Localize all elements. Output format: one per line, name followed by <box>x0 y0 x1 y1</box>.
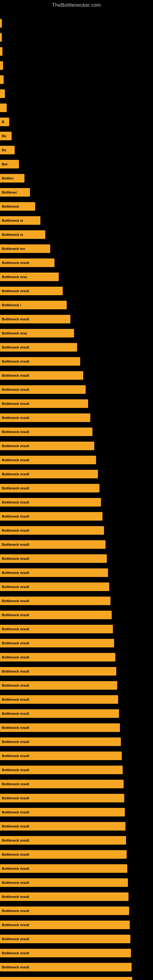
chart-bar-20: Bottleneck result <box>0 286 63 295</box>
bar-label: Bottleneck result <box>2 951 29 955</box>
bar-row: Bottleneck result <box>0 904 153 918</box>
bar-label: Bot <box>2 162 7 166</box>
bar-label: Bottleneck result <box>2 374 29 377</box>
bar-row: Bottleneck result <box>0 918 153 932</box>
chart-bar-11: Bot <box>0 160 19 169</box>
bar-row: Bottleneck result <box>0 834 153 847</box>
bar-label: Bottleneck result <box>2 571 29 574</box>
chart-bar-55: Bottleneck result <box>0 780 124 788</box>
chart-bar-25: Bottleneck result <box>0 357 80 366</box>
bar-row: Bottleneck result <box>0 848 153 861</box>
chart-bar-54: Bottleneck result <box>0 766 123 774</box>
bar-label: Bottleneck result <box>2 388 29 391</box>
bar-row: Bottleneck result <box>0 524 153 537</box>
bar-label: Bottleneck result <box>2 712 29 715</box>
chart-bar-68: Bottleneck result <box>0 963 132 971</box>
bar-label: Bottleneck result <box>2 261 29 265</box>
bar-row: Bottleneck result <box>0 608 153 622</box>
chart-bar-38: Bottleneck result <box>0 540 105 549</box>
chart-bar-8: B <box>0 118 9 126</box>
bar-row: Bottleneck result <box>0 256 153 269</box>
bar-row: Bottleneck result <box>0 481 153 495</box>
bar-row: Bottleneck <box>0 200 153 213</box>
bar-label: Bottleneck result <box>2 937 29 941</box>
bar-label: Bottleneck result <box>2 698 29 701</box>
bar-row: Bottleneck result <box>0 749 153 762</box>
bar-label: Bottleneck result <box>2 923 29 927</box>
bar-label: Bottleneck result <box>2 542 29 546</box>
bar-row: Bottleneck result <box>0 453 153 467</box>
bar-label: Bottleneck result <box>2 782 29 786</box>
chart-bar-59: Bottleneck result <box>0 836 126 845</box>
bar-row: Bottleneck result <box>0 651 153 664</box>
bar-label: Bottleneck result <box>2 895 29 899</box>
chart-bar-36: Bottleneck result <box>0 512 102 520</box>
bar-label: Bottleneck res <box>2 247 25 250</box>
bar-label: Bottleneck re <box>2 219 23 222</box>
bar-row: Bottleneck result <box>0 862 153 875</box>
bar-label: Bottlenec <box>2 191 17 194</box>
bar-label: Bottleneck result <box>2 796 29 800</box>
bar-label: Bottleneck re <box>2 233 23 236</box>
chart-bar-14: Bottleneck <box>0 202 35 211</box>
chart-bar-31: Bottleneck result <box>0 442 94 450</box>
bar-row: Bottleneck result <box>0 791 153 805</box>
chart-bar-16: Bottleneck re <box>0 230 45 239</box>
bar-label: Bottleneck result <box>2 599 29 603</box>
chart-bar-12: Bottlen <box>0 174 24 183</box>
bar-label: Bottleneck result <box>2 557 29 560</box>
chart-bar-45: Bottleneck result <box>0 639 114 648</box>
bar-row: Bottleneck result <box>0 721 153 734</box>
chart-bar-48: Bottleneck result <box>0 681 117 690</box>
bar-row: Bottleneck re <box>0 228 153 241</box>
bar-label: Bottleneck result <box>2 360 29 363</box>
bar-row: Bottleneck result <box>0 355 153 368</box>
bar-row: Bottleneck result <box>0 932 153 946</box>
bar-row: Bottleneck re <box>0 214 153 227</box>
chart-bar-1 <box>0 19 2 27</box>
chart-bar-21: Bottleneck r <box>0 301 67 309</box>
chart-bar-49: Bottleneck result <box>0 695 118 704</box>
bar-label: Bottleneck result <box>2 402 29 406</box>
bar-row <box>0 30 153 44</box>
site-title: TheBottlenecker.com <box>0 0 153 10</box>
chart-bar-39: Bottleneck result <box>0 554 107 563</box>
bar-label: Bottleneck result <box>2 514 29 518</box>
bar-label: Bottleneck result <box>2 472 29 476</box>
chart-bar-44: Bottleneck result <box>0 625 113 633</box>
chart-bar-42: Bottleneck result <box>0 597 110 605</box>
bar-label: Bottleneck result <box>2 528 29 532</box>
bar-label: Bottleneck resu <box>2 275 27 279</box>
bar-label: Bottleneck r <box>2 303 21 307</box>
bar-label: Bottleneck result <box>2 345 29 349</box>
chart-bar-56: Bottleneck result <box>0 794 124 802</box>
chart-bar-4 <box>0 61 3 70</box>
bar-row: Bottleneck result <box>0 538 153 551</box>
chart-bar-66: Bottleneck result <box>0 935 131 943</box>
chart-bar-58: Bottleneck result <box>0 822 126 830</box>
chart-bar-23: Bottleneck resu <box>0 329 74 337</box>
bar-row: Bo <box>0 129 153 143</box>
bar-label: Bottleneck result <box>2 317 29 321</box>
chart-container: BBoBoBotBottlenBottlenecBottleneckBottle… <box>0 10 153 980</box>
bar-row: B <box>0 115 153 129</box>
chart-bar-9: Bo <box>0 132 12 140</box>
chart-bar-50: Bottleneck result <box>0 709 119 718</box>
bar-label: Bottleneck result <box>2 500 29 504</box>
bar-row <box>0 16 153 30</box>
chart-bar-13: Bottlenec <box>0 188 30 197</box>
chart-bar-57: Bottleneck result <box>0 808 125 816</box>
bar-row: Bottleneck result <box>0 679 153 692</box>
bar-row: Bottleneck result <box>0 763 153 776</box>
chart-bar-41: Bottleneck result <box>0 582 109 591</box>
bar-row: Bottleneck result <box>0 566 153 579</box>
chart-bar-64: Bottleneck result <box>0 907 129 915</box>
bar-row: Bottlen <box>0 172 153 185</box>
chart-bar-65: Bottleneck result <box>0 921 130 929</box>
bar-row: Bottleneck result <box>0 340 153 354</box>
bar-row: Bottleneck result <box>0 369 153 382</box>
chart-bar-35: Bottleneck result <box>0 498 101 506</box>
bar-label: B <box>2 120 4 124</box>
chart-bar-24: Bottleneck result <box>0 343 77 352</box>
bar-row: Bottleneck resu <box>0 326 153 340</box>
